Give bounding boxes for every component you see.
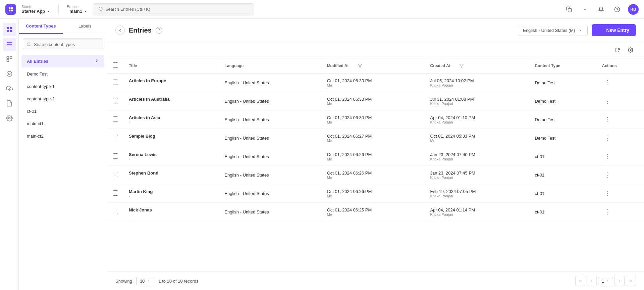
row-title[interactable]: Serena Lewis - bbox=[123, 147, 219, 166]
ct-item-demo-test[interactable]: Demo Test bbox=[21, 68, 104, 80]
sort-icon[interactable] bbox=[452, 63, 457, 68]
next-page-button[interactable] bbox=[614, 276, 625, 286]
col-title: Title bbox=[123, 58, 219, 73]
row-title[interactable]: Stephen Bond - bbox=[123, 166, 219, 184]
prev-page-button[interactable] bbox=[587, 276, 597, 286]
global-search[interactable] bbox=[93, 3, 254, 15]
search-input[interactable] bbox=[105, 7, 250, 12]
nav-content[interactable] bbox=[3, 97, 16, 110]
row-language: English - United States bbox=[219, 184, 321, 203]
page-size-selector[interactable]: 30 bbox=[136, 277, 154, 285]
row-actions-button[interactable]: ⋮ bbox=[602, 207, 613, 217]
row-actions-button[interactable]: ⋮ bbox=[602, 114, 613, 125]
row-actions: ⋮ bbox=[597, 92, 644, 110]
row-language: English - United States bbox=[219, 203, 321, 221]
row-actions-button[interactable]: ⋮ bbox=[602, 78, 613, 88]
row-actions-button[interactable]: ⋮ bbox=[602, 133, 613, 143]
svg-rect-2 bbox=[7, 27, 9, 29]
row-title[interactable]: Nick Jonas - bbox=[123, 203, 219, 221]
select-all-checkbox[interactable] bbox=[113, 62, 118, 68]
new-entry-button[interactable]: New Entry bbox=[592, 24, 636, 36]
language-dropdown[interactable]: English - United States (M) bbox=[518, 25, 587, 36]
row-actions-button[interactable]: ⋮ bbox=[602, 170, 613, 180]
nav-analytics[interactable] bbox=[3, 52, 16, 66]
tab-content-types[interactable]: Content Types bbox=[19, 19, 63, 34]
svg-marker-19 bbox=[358, 64, 362, 67]
dropdown-icon[interactable] bbox=[580, 4, 590, 15]
ct-tabs: Content Types Labels bbox=[19, 19, 107, 34]
row-actions-button[interactable]: ⋮ bbox=[602, 151, 613, 161]
row-checkbox[interactable] bbox=[113, 98, 118, 103]
row-title[interactable]: Articles in Asia - bbox=[123, 110, 219, 129]
row-checkbox[interactable] bbox=[113, 80, 118, 85]
row-checkbox[interactable] bbox=[113, 190, 118, 196]
last-page-button[interactable] bbox=[626, 276, 636, 286]
ct-item-content-type-1[interactable]: content-type-1 bbox=[21, 81, 104, 92]
col-content-type: Content Type bbox=[529, 58, 596, 73]
row-checkbox[interactable] bbox=[113, 135, 118, 140]
ct-search-box[interactable] bbox=[23, 38, 103, 50]
row-content-type: ct-01 bbox=[529, 203, 596, 221]
row-checkbox[interactable] bbox=[113, 153, 118, 159]
copy-icon[interactable] bbox=[564, 4, 574, 15]
first-page-button[interactable] bbox=[575, 276, 585, 286]
help-icon[interactable] bbox=[612, 4, 623, 15]
main-content: Entries ? English - United States (M) Ne… bbox=[107, 19, 644, 290]
ct-item-main-ct2[interactable]: main-ct2 bbox=[21, 130, 104, 142]
chevron-down-icon bbox=[147, 279, 151, 283]
header-right: English - United States (M) New Entry bbox=[518, 24, 636, 36]
row-actions: ⋮ bbox=[597, 73, 644, 92]
row-title[interactable]: Martin King - bbox=[123, 184, 219, 203]
row-language: English - United States bbox=[219, 92, 321, 110]
ct-item-all-entries[interactable]: All Entries bbox=[21, 55, 104, 67]
row-created-at: Jul 31, 2024 01:08 PM Kritika Poojari bbox=[425, 92, 530, 110]
row-actions-button[interactable]: ⋮ bbox=[602, 96, 613, 106]
column-settings-icon[interactable] bbox=[625, 45, 636, 55]
row-checkbox-cell bbox=[107, 73, 123, 92]
filter-icon[interactable] bbox=[459, 63, 464, 68]
nav-deploy[interactable] bbox=[3, 82, 16, 95]
row-checkbox-cell bbox=[107, 184, 123, 203]
page-controls: 1 bbox=[575, 276, 636, 286]
svg-line-17 bbox=[30, 45, 31, 46]
app-name[interactable]: Starter App bbox=[21, 9, 50, 14]
ct-search-input[interactable] bbox=[34, 42, 99, 47]
filter-icon[interactable] bbox=[358, 63, 362, 68]
svg-rect-3 bbox=[10, 27, 12, 29]
nav-assets[interactable] bbox=[3, 67, 16, 81]
row-checkbox-cell bbox=[107, 110, 123, 129]
nav-entries[interactable] bbox=[3, 38, 16, 51]
nav-dashboard[interactable] bbox=[3, 23, 16, 36]
avatar[interactable]: RD bbox=[628, 4, 639, 15]
ct-sidebar: Content Types Labels All Entries Demo Te… bbox=[19, 19, 107, 290]
branch-selector[interactable]: main1 bbox=[69, 9, 88, 14]
row-title[interactable]: Articles in Australia - bbox=[123, 92, 219, 110]
row-checkbox[interactable] bbox=[113, 172, 118, 177]
nav-settings[interactable] bbox=[3, 111, 16, 125]
help-circle-icon[interactable]: ? bbox=[156, 27, 162, 34]
row-content-type: Demo Test bbox=[529, 92, 596, 110]
app-logo bbox=[5, 4, 16, 15]
refresh-icon[interactable] bbox=[612, 45, 623, 55]
row-title[interactable]: Articles in Europe - bbox=[123, 73, 219, 92]
row-created-at: Feb 19, 2024 07:05 PM Kritika Poojari bbox=[425, 184, 530, 203]
row-actions-button[interactable]: ⋮ bbox=[602, 188, 613, 198]
ct-item-ct-01[interactable]: ct-01 bbox=[21, 105, 104, 117]
row-actions: ⋮ bbox=[597, 203, 644, 221]
notification-icon[interactable] bbox=[596, 4, 606, 15]
row-title[interactable]: Sample Blog - bbox=[123, 129, 219, 147]
back-button[interactable] bbox=[115, 26, 125, 35]
page-number-selector[interactable]: 1 bbox=[598, 277, 613, 285]
sort-icon[interactable] bbox=[351, 63, 356, 68]
sort-icon[interactable] bbox=[139, 63, 144, 68]
row-modified-at: Oct 01, 2024 06:27 PM Me bbox=[322, 129, 425, 147]
row-checkbox[interactable] bbox=[113, 209, 118, 214]
ct-item-content-type-2[interactable]: content-type-2 bbox=[21, 93, 104, 105]
tab-labels[interactable]: Labels bbox=[63, 19, 107, 34]
chevron-down-icon bbox=[605, 279, 609, 283]
row-checkbox-cell bbox=[107, 92, 123, 110]
entries-table: Title Language Modified At bbox=[107, 58, 644, 221]
topnav: Stack Starter App Branch main1 RD bbox=[0, 0, 644, 19]
row-checkbox[interactable] bbox=[113, 116, 118, 122]
ct-item-main-ct1[interactable]: main-ct1 bbox=[21, 118, 104, 130]
